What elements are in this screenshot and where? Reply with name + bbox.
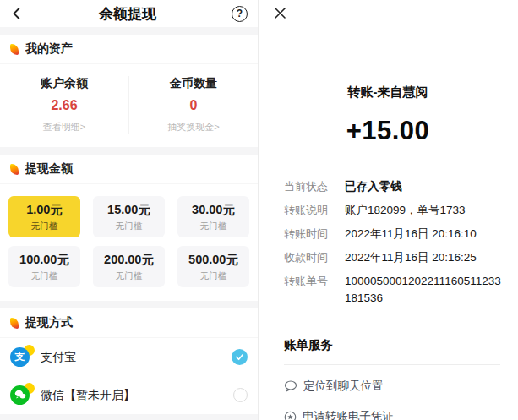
action-label: 定位到聊天位置 [303,379,384,394]
amount-label: 15.00元 [107,202,150,218]
footer-spacer [0,414,258,420]
amount-label: 500.00元 [188,252,238,268]
amount-label: 100.00元 [19,252,69,268]
amount-note: 无门槛 [31,270,58,282]
detail-row-status: 当前状态 已存入零钱 [284,178,507,195]
radio-unselected-icon[interactable] [233,388,248,402]
amount-option-15[interactable]: 15.00元 无门槛 [93,196,165,237]
lottery-link[interactable]: 抽奖换现金> [129,121,258,134]
bill-services-title: 账单服务 [284,337,507,353]
detail-value: 已存入零钱 [345,178,507,195]
method-section-title: 提现方式 [25,315,73,330]
amount-note: 无门槛 [116,221,143,232]
detail-value: 账户182099，单号1733 [345,202,507,219]
amount-label: 30.00元 [192,202,235,218]
detail-row-order-number: 转账单号 1000050001202211160511233181536 [284,273,507,307]
section-separator [0,301,258,308]
withdraw-screen: 余额提现 ? 我的资产 账户余额 2.66 查看明细> 金币数量 0 抽奖换现金… [0,0,259,420]
flame-bullet-icon [10,164,19,175]
wechat-glyph [10,385,30,405]
detail-label: 转账单号 [284,273,345,307]
amount-option-100[interactable]: 100.00元 无门槛 [8,246,80,287]
request-receipt-action[interactable]: 申请转账电子凭证 [284,409,394,420]
method-label: 支付宝 [41,350,232,365]
method-option-alipay[interactable]: 支 支付宝 [0,338,258,376]
detail-label: 转账时间 [284,226,345,243]
assets-panel: 账户余额 2.66 查看明细> 金币数量 0 抽奖换现金> [0,64,258,147]
amount-note: 无门槛 [200,270,227,282]
detail-label: 收款时间 [284,249,345,266]
detail-value: 2022年11月16日 20:16:25 [345,249,507,266]
locate-chat-action[interactable]: 定位到聊天位置 [284,379,384,394]
detail-value: 2022年11月16日 20:16:10 [345,226,507,243]
asset-value: 2.66 [0,98,128,113]
amount-section-title: 提现金额 [25,161,73,177]
back-icon[interactable] [10,7,24,20]
amount-note: 无门槛 [200,221,227,232]
asset-label: 账户余额 [0,76,128,91]
action-label: 申请转账电子凭证 [303,409,394,420]
withdraw-header: 余额提现 ? [0,0,258,27]
assets-section-header: 我的资产 [0,35,258,63]
transfer-title: 转账-来自慧阅 [259,85,517,101]
bill-services: 账单服务 定位到聊天位置 申请转账电子凭证 ⇆ 查看往来转账 [259,325,517,420]
detail-label: 当前状态 [284,178,345,195]
amount-note: 无门槛 [31,221,58,232]
help-icon[interactable]: ? [232,6,248,22]
section-separator [0,147,258,155]
transfer-amount: +15.00 [259,116,517,146]
assets-section-title: 我的资产 [25,41,73,57]
bill-service-actions: 定位到聊天位置 申请转账电子凭证 ⇆ 查看往来转账 [284,379,507,420]
amount-option-200[interactable]: 200.00元 无门槛 [93,246,165,287]
amount-option-1[interactable]: 1.00元 无门槛 [8,196,80,237]
asset-coins: 金币数量 0 抽奖换现金> [128,76,258,134]
amount-section-header: 提现金额 [0,155,258,183]
alipay-glyph: 支 [10,347,30,367]
amount-option-30[interactable]: 30.00元 无门槛 [177,196,249,237]
page-title: 余额提现 [99,4,156,24]
method-section-header: 提现方式 [0,308,258,337]
transfer-details: 当前状态 已存入零钱 转账说明 账户182099，单号1733 转账时间 202… [259,168,517,314]
detail-row-receive-time: 收款时间 2022年11月16日 20:16:25 [284,249,507,266]
section-separator [0,27,258,35]
detail-row-memo: 转账说明 账户182099，单号1733 [284,202,507,219]
amount-label: 1.00元 [26,202,63,218]
detail-label: 转账说明 [284,202,345,219]
asset-balance: 账户余额 2.66 查看明细> [0,76,128,134]
radio-selected-icon[interactable] [232,349,248,365]
amount-option-500[interactable]: 500.00元 无门槛 [177,246,249,287]
asset-value: 0 [129,98,258,113]
screenshot-root: 余额提现 ? 我的资产 账户余额 2.66 查看明细> 金币数量 0 抽奖换现金… [0,0,518,420]
view-details-link[interactable]: 查看明细> [0,121,128,134]
certificate-icon [284,411,297,420]
flame-bullet-icon [10,44,19,55]
transfer-summary: 转账-来自慧阅 +15.00 [259,0,517,146]
amount-note: 无门槛 [116,270,143,282]
asset-label: 金币数量 [129,76,258,91]
amount-label: 200.00元 [104,252,154,268]
method-label: 微信【暂未开启】 [41,388,233,403]
detail-row-transfer-time: 转账时间 2022年11月16日 20:16:10 [284,226,507,243]
amount-grid: 1.00元 无门槛 15.00元 无门槛 30.00元 无门槛 100.00元 … [0,184,258,301]
chat-bubble-icon [284,380,297,392]
wechat-icon [10,385,32,406]
close-icon[interactable] [274,7,286,23]
transfer-detail-screen: 转账-来自慧阅 +15.00 当前状态 已存入零钱 转账说明 账户182099，… [259,0,517,420]
flame-bullet-icon [10,318,19,329]
method-option-wechat[interactable]: 微信【暂未开启】 [0,376,258,414]
divider [284,364,500,365]
detail-value: 1000050001202211160511233181536 [345,273,507,307]
avatar [365,29,411,74]
alipay-icon: 支 [10,346,32,368]
